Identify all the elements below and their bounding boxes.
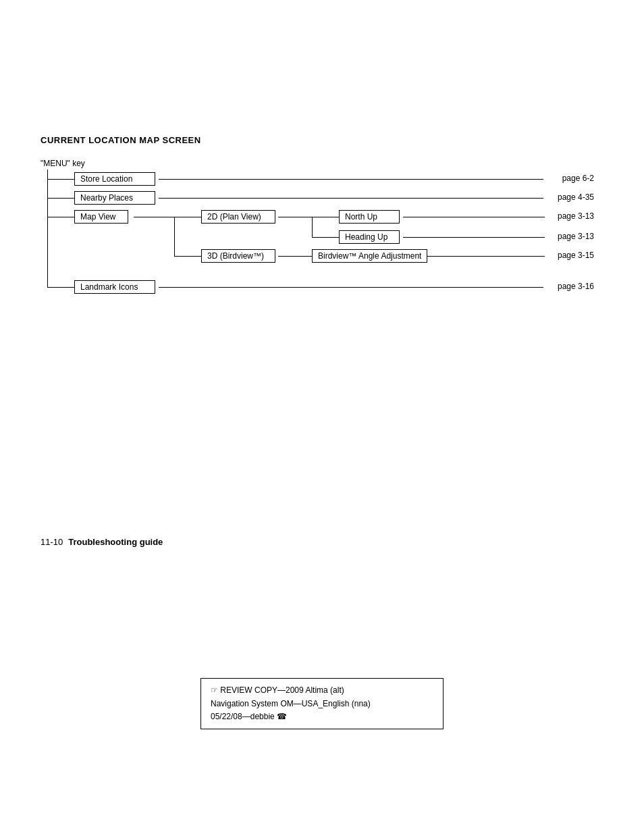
section-title: CURRENT LOCATION MAP SCREEN	[41, 135, 603, 145]
plan-view-box: 2D (Plan View)	[201, 210, 275, 224]
review-box: ☞ REVIEW COPY—2009 Altima (alt) Navigati…	[200, 678, 444, 729]
store-location-box: Store Location	[74, 172, 155, 186]
nearby-places-box: Nearby Places	[74, 191, 155, 205]
page-number-line: 11-10 Troubleshooting guide	[41, 537, 603, 547]
line-northup-page	[403, 217, 545, 217]
birdview-box: 3D (Birdview™)	[201, 249, 275, 263]
heading-up-box: Heading Up	[339, 230, 400, 244]
line-birdview-page	[427, 256, 545, 257]
menu-vert-line	[47, 170, 48, 287]
north-up-box: North Up	[339, 210, 400, 224]
line-nearby-to-page	[159, 198, 543, 199]
store-location-page: page 6-2	[562, 174, 594, 183]
line-northup	[312, 217, 339, 217]
menu-key-label: "MENU" key	[41, 159, 85, 168]
review-line3: 05/22/08—debbie ☎	[211, 710, 433, 723]
line-2d	[174, 217, 201, 217]
diagram-area: "MENU" key Store Location page 6-2 Nearb…	[41, 159, 594, 294]
vert-north-heading	[312, 217, 313, 237]
line-landmark	[47, 287, 74, 288]
line-headingup	[312, 237, 339, 238]
line-headingup-page	[403, 237, 545, 238]
heading-up-page: page 3-13	[558, 232, 594, 241]
page-number: 11-10	[41, 537, 63, 547]
page-footer-title: Troubleshooting guide	[68, 537, 163, 547]
birdview-angle-box: Birdview™ Angle Adjustment	[312, 249, 427, 263]
line-store	[47, 179, 74, 180]
birdview-angle-page: page 3-15	[558, 251, 594, 260]
review-line1: ☞ REVIEW COPY—2009 Altima (alt)	[211, 684, 433, 697]
line-mapview	[47, 217, 74, 217]
landmark-icons-page: page 3-16	[558, 282, 594, 291]
nearby-places-page: page 4-35	[558, 192, 594, 202]
landmark-icons-box: Landmark Icons	[74, 280, 155, 294]
line-3d	[174, 256, 201, 257]
page-container: CURRENT LOCATION MAP SCREEN "MENU" key S…	[0, 0, 644, 834]
line-2d-branch	[278, 217, 312, 217]
line-nearby	[47, 198, 74, 199]
line-3d-branch	[278, 256, 312, 257]
map-view-box: Map View	[74, 210, 128, 224]
line-landmark-page	[159, 287, 543, 288]
line-store-to-page	[159, 179, 543, 180]
footer-section: 11-10 Troubleshooting guide	[41, 537, 603, 547]
vert-2d-3d	[174, 217, 175, 256]
review-line2: Navigation System OM—USA_English (nna)	[211, 698, 433, 710]
north-up-page: page 3-13	[558, 211, 594, 221]
line-mapview-branch	[134, 217, 174, 217]
